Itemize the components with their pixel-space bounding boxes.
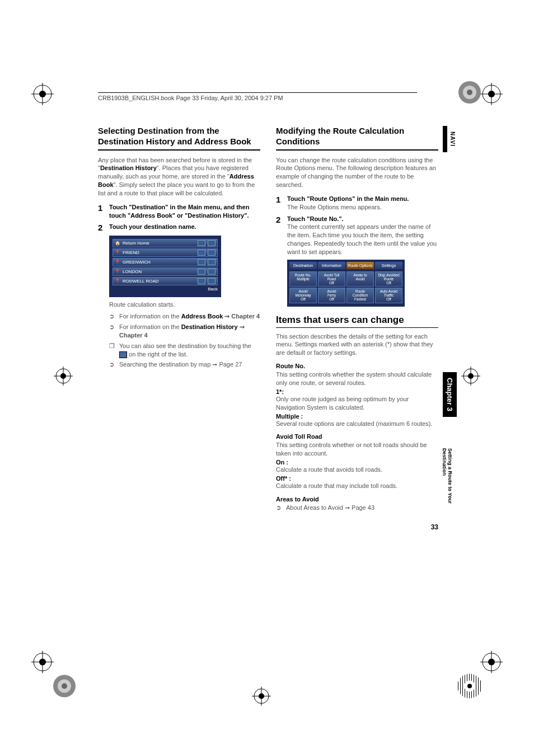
map-thumb-icon [119,351,127,358]
items-intro: This section describes the details of th… [276,332,438,358]
step-number: 2 [276,215,284,256]
avoid-toll-on-body: Calculate a route that avoids toll roads… [276,466,438,474]
map-icon [208,240,216,246]
opt-cell: Areas toAvoid [346,271,374,287]
route-no-multiple-body: Several route options are calculated (ma… [276,420,438,428]
tab-chapter: Chapter 3 [443,372,457,417]
list-item: 📍RODWELL ROAD [113,277,218,285]
xref-text: For information on the Address Book ➞ Ch… [119,312,260,321]
tab-information: Information [318,262,345,269]
avoid-toll-off-body: Calculate a route that may include toll … [276,482,438,490]
back-label: Back [113,287,218,292]
route-no-head: Route No. [276,363,438,369]
home-icon: 🏠 [115,241,120,246]
opt-cell: Avoid TollRoadOff [318,271,345,287]
items-title: Items that users can change [276,314,438,328]
opt-cell: Route No.Multiple [289,271,317,287]
route-no-1-body: Only one route judged as being optimum b… [276,395,438,412]
route-no-1-label: 1*: [276,388,438,395]
list-item: 📍FRIEND [113,248,218,257]
step-number: 1 [98,203,106,220]
map-icon [208,250,216,256]
info-icon [198,240,205,246]
reg-mark-icon [480,83,503,105]
step-number: 1 [276,195,284,212]
left-intro: Any place that has been searched before … [98,156,260,198]
xref-icon: ➲ [109,323,116,340]
reg-mark-icon [31,83,54,105]
tab-navi: NAVI [443,126,457,152]
step-number: 2 [98,223,106,232]
pin-icon: 📍 [115,260,120,265]
xref-icon: ➲ [109,312,116,321]
opt-cell: Auto AvoidTrafficOff [375,288,402,303]
xref-icon: ➲ [276,504,283,512]
areas-avoid-head: Areas to Avoid [276,496,438,503]
info-icon [198,269,205,275]
pin-icon: 📍 [115,279,120,284]
right-intro: You can change the route calculation con… [276,156,438,189]
map-icon [208,269,216,275]
list-item: 📍LONDON [113,267,218,276]
info-icon [198,259,205,265]
left-section-title: Selecting Destination from the Destinati… [98,126,260,151]
calc-text: Route calculation starts. [109,300,260,309]
reg-mark-icon [54,367,73,386]
svg-point-30 [467,90,472,95]
avoid-toll-off-label: Off* : [276,475,438,482]
opt-cell: AvoidFerryOff [318,288,345,303]
xref-text: For information on the Destination Histo… [119,323,260,340]
route-no-multiple-label: Multiple : [276,413,438,420]
tab-section: Setting a Route to Your Destination [441,445,454,514]
opt-cell: Disp.AvoidedRouteOff [375,271,402,287]
note-icon: ❐ [109,342,116,359]
reg-mark-icon [461,367,480,386]
avoid-toll-head: Avoid Toll Road [276,433,438,440]
right-step1-sub: The Route Options menu appears. [287,203,438,212]
reg-mark-icon [252,687,271,706]
right-step2: Touch "Route No.". [287,215,438,223]
page-number: 33 [431,523,438,531]
map-icon [208,259,216,265]
note-text: You can also see the destination by touc… [119,342,260,359]
xref-text: Searching the destination by map ➞ Page … [119,360,242,369]
info-icon [198,278,205,284]
gear-corner-icon [50,672,78,700]
print-header: CRB1903B_ENGLISH.book Page 33 Friday, Ap… [98,92,417,101]
gear-corner-icon [456,78,484,106]
pin-icon: 📍 [115,250,120,255]
list-item: 📍GREENWICH [113,258,218,266]
opt-cell: RouteConditionFastest [346,288,374,303]
tab-route-options: Route Options [346,262,374,269]
route-no-body: This setting controls whether the system… [276,370,438,387]
striped-corner-icon [456,672,484,700]
opt-cell: AvoidMotorwayOff [289,288,317,303]
list-item: 🏠Return Home [113,239,218,247]
info-icon [198,250,205,256]
tab-destination: Destination [289,262,317,269]
left-step1: Touch "Destination" in the Main menu, an… [109,203,260,220]
areas-avoid-xref: About Areas to Avoid ➞ Page 43 [286,504,374,512]
route-options-screenshot: Destination Information Route Options Se… [287,260,405,307]
avoid-toll-on-label: On : [276,459,438,466]
reg-mark-icon [480,651,503,673]
right-section-title: Modifying the Route Calculation Conditio… [276,126,438,151]
svg-point-38 [467,684,472,688]
right-step2-sub: The content currently set appears under … [287,223,438,256]
pin-icon: 📍 [115,269,120,274]
svg-point-33 [62,683,67,689]
right-step1: Touch "Route Options" in the Main menu. [287,195,438,203]
xref-icon: ➲ [109,360,116,369]
left-step2: Touch your destination name. [109,223,260,231]
map-icon [208,278,216,284]
address-book-screenshot: 🏠Return Home 📍FRIEND 📍GREENWICH 📍LONDON … [109,236,221,297]
avoid-toll-body: This setting controls whether or not tol… [276,441,438,458]
reg-mark-icon [31,651,54,673]
tab-settings: Settings [375,262,402,269]
